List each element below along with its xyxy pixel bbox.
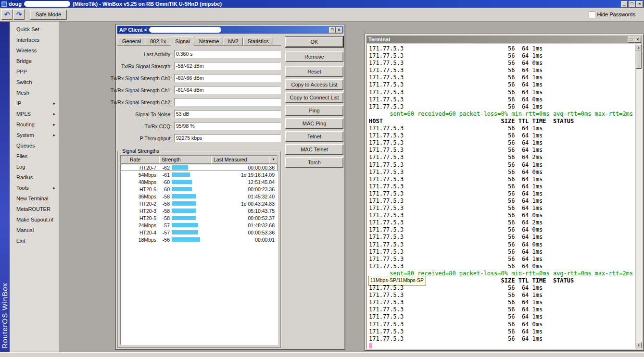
tab-nstreme[interactable]: Nstreme (195, 37, 224, 45)
signal-row[interactable]: HT20-5-5800:00:52.37 (121, 214, 278, 222)
strength-value: -58 (159, 208, 170, 214)
column-header-rate[interactable]: Rate (127, 156, 159, 164)
signal-row[interactable]: HT20-7-6200:00:00.36 (121, 164, 278, 171)
sidebar-item-manual[interactable]: Manual (10, 225, 59, 235)
terminal-cursor[interactable] (369, 343, 372, 348)
strength-cell: -60 (159, 186, 211, 192)
field-value-tx-rx-signal-strength[interactable]: -58/-62 dBm (174, 62, 281, 70)
rate-cell: HT20-3 (127, 208, 159, 214)
sidebar-item-exit[interactable]: Exit (10, 235, 59, 246)
torch-button[interactable]: Torch (285, 157, 343, 168)
tab-general[interactable]: General (118, 37, 145, 45)
sidebar-item-mpls[interactable]: MPLS▸ (10, 109, 59, 119)
ap-client-titlebar[interactable]: AP Client < □ × (117, 26, 343, 34)
tab-nv2[interactable]: NV2 (224, 37, 242, 45)
field-value-tx-rx-signal-strength-ch2[interactable] (174, 98, 281, 106)
ping-button[interactable]: Ping (285, 105, 343, 116)
terminal-titlebar[interactable]: Terminal □ × (366, 36, 642, 43)
signal-row[interactable]: HT20-6-6000:00:23.36 (121, 185, 278, 193)
terminal-line: sent=60 received=60 packet-loss=0% min-r… (369, 111, 635, 118)
safe-mode-button[interactable]: Safe Mode (30, 10, 67, 20)
column-header-strength[interactable]: Strength (159, 156, 211, 164)
main-titlebar: doug (MikroTik) - WinBox v5.25 on RB Omn… (0, 0, 644, 8)
signal-row[interactable]: HT20-4-5700:00:53.36 (121, 229, 278, 236)
sidebar-item-routing[interactable]: Routing▸ (10, 119, 59, 130)
strength-value: -58 (159, 201, 170, 207)
sidebar-item-radius[interactable]: Radius (10, 172, 59, 183)
scrollbar-thumb[interactable] (636, 50, 642, 69)
column-header-last-measured[interactable]: Last Measured (211, 156, 269, 164)
remove-button[interactable]: Remove (285, 51, 343, 62)
hide-passwords-checkbox[interactable] (589, 12, 595, 18)
sidebar-item-wireless[interactable]: Wireless (10, 45, 59, 56)
content-row: RouterOS WinBox Quick SetInterfacesWirel… (0, 22, 644, 352)
terminal-line: 171.77.5.3 56 64 1ms (369, 205, 635, 212)
rate-cell: HT20-5 (127, 215, 159, 221)
terminal-line: 171.77.5.3 56 64 1ms (369, 89, 635, 96)
terminal-line: 171.77.5.3 56 64 1ms (369, 190, 635, 197)
tab-statistics[interactable]: Statistics (243, 37, 273, 45)
terminal-line: 171.77.5.3 56 64 0ms (369, 96, 635, 103)
sidebar-item-metarouter[interactable]: MetaROUTER (10, 204, 59, 214)
strength-bar (172, 165, 188, 170)
signal-row[interactable]: 36Mbps-5801:45:32.40 (121, 193, 278, 200)
copy-to-connect-list-button[interactable]: Copy to Connect List (285, 92, 343, 103)
sidebar-item-new-terminal[interactable]: New Terminal (10, 193, 59, 204)
close-button[interactable]: × (636, 1, 643, 7)
sidebar-item-switch[interactable]: Switch (10, 77, 59, 87)
reset-button[interactable]: Reset (285, 66, 343, 77)
terminal-close-button[interactable]: × (634, 37, 641, 43)
field-value-signal-to-noise[interactable]: 53 dB (174, 110, 281, 118)
ap-restore-button[interactable]: □ (329, 27, 336, 33)
field-label: Last Activity: (144, 51, 172, 57)
terminal-scrollbar[interactable]: ▲ ▼ (635, 44, 642, 348)
telnet-button[interactable]: Telnet (285, 131, 343, 142)
sidebar-item-label: New Terminal (16, 196, 48, 201)
signal-row[interactable]: 48Mbps-6012:51:45.04 (121, 178, 278, 185)
hide-passwords-label: Hide Passwords (597, 12, 635, 17)
mac-telnet-button[interactable]: MAC Telnet (285, 144, 343, 155)
signal-row[interactable]: HT20-2-581d 00:43:24.83 (121, 200, 278, 207)
mac-ping-button[interactable]: MAC Ping (285, 118, 343, 129)
field-row-tx-rx-ccq: Tx/Rx CCQ:95/98 % (117, 122, 281, 130)
copy-to-access-list-button[interactable]: Copy to Access List (285, 79, 343, 90)
minimize-button[interactable]: _ (621, 1, 628, 7)
ok-button[interactable]: OK (285, 37, 343, 47)
signal-row[interactable]: HT20-3-5805:10:43.75 (121, 207, 278, 214)
undo-button[interactable]: ↶ (1, 9, 13, 20)
sidebar-item-ppp[interactable]: PPP (10, 66, 59, 77)
strength-value: -58 (159, 215, 170, 221)
sidebar-item-make-supout-rif[interactable]: Make Supout.rif (10, 214, 59, 225)
sidebar-item-tools[interactable]: Tools▸ (10, 183, 59, 193)
column-sort-dropdown-icon[interactable]: ▼ (269, 156, 278, 164)
field-value-tx-rx-ccq[interactable]: 95/98 % (174, 122, 281, 130)
field-value-tx-rx-signal-strength-ch1[interactable]: -61/-64 dBm (174, 86, 281, 94)
field-value-tx-rx-signal-strength-ch0[interactable]: -60/-66 dBm (174, 74, 281, 82)
terminal-restore-button[interactable]: □ (628, 37, 634, 43)
strength-bar (172, 201, 196, 206)
field-value-p-throughput[interactable]: 92275 kbps (174, 134, 281, 142)
last-measured-cell: 00:00:53.36 (211, 230, 278, 235)
scroll-down-icon[interactable]: ▼ (636, 342, 642, 348)
strength-cell: -60 (159, 179, 211, 185)
sidebar-item-files[interactable]: Files (10, 151, 59, 161)
scroll-up-icon[interactable]: ▲ (636, 44, 642, 50)
sidebar-item-ip[interactable]: IP▸ (10, 98, 59, 109)
sidebar-item-interfaces[interactable]: Interfaces (10, 35, 59, 45)
redo-button[interactable]: ↷ (13, 9, 25, 20)
signal-row[interactable]: 24Mbps-5701:48:32.68 (121, 222, 278, 229)
sidebar-item-log[interactable]: Log (10, 161, 59, 172)
sidebar-item-mesh[interactable]: Mesh (10, 87, 59, 98)
signal-row[interactable]: 18Mbps-5600:00:01 (121, 236, 278, 243)
sidebar-item-queues[interactable]: Queues (10, 140, 59, 151)
maximize-button[interactable]: □ (629, 1, 635, 7)
terminal-text[interactable]: 11Mbps-SP/11Mbps-SP 171.77.5.3 56 64 1ms… (367, 44, 635, 348)
tab-802-1x[interactable]: 802.1x (146, 37, 170, 45)
tab-signal[interactable]: Signal (171, 36, 194, 46)
signal-row[interactable]: 54Mbps-611d 19:16:14.09 (121, 171, 278, 178)
sidebar-item-quick-set[interactable]: Quick Set (10, 24, 59, 35)
sidebar-item-bridge[interactable]: Bridge (10, 56, 59, 66)
sidebar-item-system[interactable]: System▸ (10, 130, 59, 140)
field-value-last-activity[interactable]: 0.360 s (174, 50, 281, 58)
ap-close-button[interactable]: × (336, 27, 342, 33)
